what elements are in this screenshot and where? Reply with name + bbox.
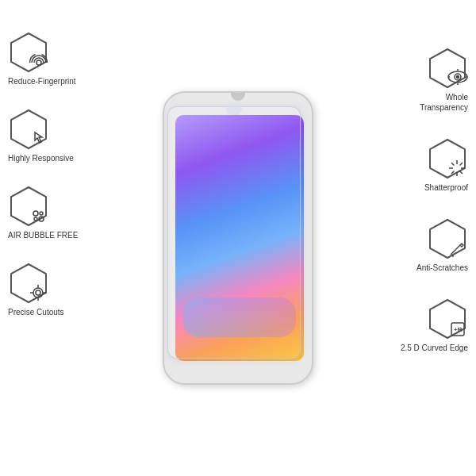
curved-label: 2.5 D Curved Edge — [401, 343, 468, 353]
feature-transparency: Whole Transparency — [397, 48, 468, 113]
transparency-label: Whole Transparency — [397, 92, 468, 113]
feature-fingerprint: Reduce-Fingerprint — [8, 32, 78, 86]
responsive-icon — [8, 109, 49, 150]
glass-protector — [167, 106, 301, 359]
phone-mockup — [159, 87, 317, 389]
antiscratches-icon — [427, 218, 468, 259]
svg-point-1 — [36, 60, 41, 65]
antiscratches-label: Anti-Scratches — [416, 263, 468, 273]
shatterproof-label: Shatterproof — [424, 182, 468, 193]
feature-shatterproof: Shatterproof — [397, 138, 468, 193]
feature-responsive: Highly Responsive — [8, 109, 78, 163]
svg-point-18 — [457, 76, 459, 79]
left-features: Reduce-Fingerprint Highly Responsive — [8, 32, 78, 317]
svg-line-29 — [460, 171, 463, 175]
svg-point-5 — [40, 212, 43, 215]
responsive-label: Highly Responsive — [8, 153, 74, 163]
glass-notch — [226, 106, 242, 115]
svg-text:+R: +R — [454, 326, 463, 333]
airbubble-label: AIR BUBBLE FREE — [8, 230, 78, 240]
svg-line-28 — [451, 163, 455, 166]
cutouts-icon — [8, 263, 49, 304]
feature-airbubble: AIR BUBBLE FREE — [8, 186, 78, 240]
svg-point-4 — [33, 211, 38, 216]
product-page: Reduce-Fingerprint Highly Responsive — [0, 0, 476, 476]
svg-point-6 — [34, 217, 37, 221]
feature-cutouts: Precise Cutouts — [8, 263, 78, 317]
svg-point-10 — [33, 288, 43, 298]
phone-notch — [231, 93, 245, 101]
fingerprint-icon — [8, 32, 49, 73]
airbubble-icon — [8, 186, 49, 227]
right-features: Whole Transparency — [397, 48, 468, 353]
feature-antiscratches: Anti-Scratches — [397, 218, 468, 273]
svg-line-31 — [451, 171, 455, 175]
cutouts-label: Precise Cutouts — [8, 307, 64, 317]
svg-point-9 — [36, 290, 40, 295]
svg-line-30 — [460, 163, 463, 166]
svg-line-33 — [451, 245, 460, 255]
transparency-icon — [427, 48, 468, 89]
fingerprint-label: Reduce-Fingerprint — [8, 76, 76, 86]
curved-icon: +R — [427, 298, 468, 340]
feature-curved: +R 2.5 D Curved Edge — [397, 298, 468, 353]
shatterproof-icon — [427, 138, 468, 179]
svg-point-7 — [39, 217, 44, 221]
